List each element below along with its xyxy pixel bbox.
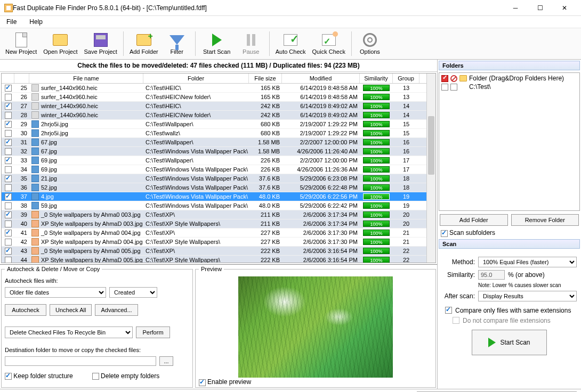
results-grid[interactable]: File name Folder File size Modified Simi… xyxy=(1,73,436,263)
start-scan-big-button[interactable]: Start Scan xyxy=(472,330,546,355)
row-checkbox[interactable] xyxy=(5,220,12,227)
table-row[interactable]: 3521.jpgC:\Test\Windows Vista Wallpaper … xyxy=(2,174,426,183)
close-button[interactable]: ✕ xyxy=(552,0,577,16)
method-label: Method: xyxy=(442,258,475,266)
row-checkbox[interactable] xyxy=(5,166,12,173)
row-checkbox[interactable] xyxy=(5,112,12,119)
save-project-button[interactable]: Save Project xyxy=(81,30,120,57)
col-filesize[interactable]: File size xyxy=(249,74,282,83)
scan-subfolders-checkbox[interactable]: Scan subfolders xyxy=(441,229,578,237)
menu-file[interactable]: File xyxy=(3,17,20,27)
autocheck-mode-select[interactable]: Older file dates xyxy=(5,287,106,298)
table-row[interactable]: 3369.jpgC:\Test\Wallpaper\226 KB2/2/2007… xyxy=(2,156,426,165)
row-checkbox[interactable] xyxy=(5,85,12,92)
destination-input[interactable] xyxy=(5,356,156,366)
method-select[interactable]: 100% Equal Files (faster) xyxy=(478,257,577,267)
row-checkbox[interactable] xyxy=(5,148,12,155)
start-scan-button[interactable]: Start Scan xyxy=(198,30,236,57)
remove-folder-button[interactable]: Remove Folder xyxy=(511,214,579,226)
table-row[interactable]: 3267.jpgC:\Test\Windows Vista Wallpaper … xyxy=(2,147,426,156)
row-checkbox[interactable] xyxy=(5,121,12,128)
delete-empty-checkbox[interactable]: Delete empty folders xyxy=(92,372,159,380)
quick-check-button[interactable]: Quick Check xyxy=(309,30,349,57)
col-filename[interactable]: File name xyxy=(29,74,143,83)
options-button[interactable]: Options xyxy=(354,30,385,57)
maximize-button[interactable]: ☐ xyxy=(528,0,552,16)
table-row[interactable]: 41_0 Style wallpapers by Ahma0 004.jpgC:… xyxy=(2,228,426,238)
vertical-scrollbar[interactable] xyxy=(426,74,435,263)
scrollbar-thumb[interactable] xyxy=(428,116,434,175)
table-row[interactable]: 292hrjo5i.jpgC:\Test\Wallpaper\680 KB2/1… xyxy=(2,120,426,129)
row-checkbox[interactable] xyxy=(5,130,12,137)
col-folder[interactable]: Folder xyxy=(143,74,249,83)
file-type-icon xyxy=(31,111,39,119)
minimize-button[interactable]: ─ xyxy=(503,0,528,16)
perform-button[interactable]: Perform xyxy=(136,326,170,338)
autocheck-panel: Autocheck & Delete / Move or Copy Autoch… xyxy=(1,266,193,388)
table-row[interactable]: 374.jpgC:\Test\Windows Vista Wallpaper P… xyxy=(2,192,426,201)
filter-button[interactable]: Filter xyxy=(162,30,192,57)
file-size: 226 KB xyxy=(249,157,282,164)
row-checkbox[interactable] xyxy=(5,202,12,209)
table-row[interactable]: 3167.jpgC:\Test\Wallpaper\1.58 MB2/2/200… xyxy=(2,138,426,147)
keep-structure-checkbox[interactable]: Keep folder structure xyxy=(5,372,73,380)
folders-list[interactable]: Folder (Drag&Drop Folders Here) C:\Test\ xyxy=(439,72,580,211)
file-name: 69.jpg xyxy=(39,157,143,164)
col-similarity[interactable]: Similarity xyxy=(360,74,393,83)
col-group[interactable]: Group xyxy=(393,74,419,83)
auto-check-button[interactable]: Auto Check xyxy=(272,30,309,57)
new-project-button[interactable]: New Project xyxy=(2,30,40,57)
row-number: 25 xyxy=(14,85,29,91)
table-row[interactable]: 302hrjo5i.jpgC:\Test\wallz\680 KB2/19/20… xyxy=(2,129,426,138)
similarity-bar: 100% xyxy=(363,130,390,136)
autocheck-datefield-select[interactable]: Created xyxy=(109,287,157,298)
add-folder-button-right[interactable]: Add Folder xyxy=(440,214,508,226)
row-checkbox[interactable] xyxy=(5,139,12,146)
table-row[interactable]: 43_0 Style wallpapers by Ahma0 005.jpgC:… xyxy=(2,247,426,256)
table-row[interactable]: 28winter_1440x960.heicC:\Test\HEIC\New f… xyxy=(2,111,426,120)
file-type-icon xyxy=(31,175,39,182)
folder-row[interactable]: C:\Test\ xyxy=(440,83,578,91)
delete-action-select[interactable]: Delete Checked Files To Recycle Bin xyxy=(5,326,133,338)
table-row[interactable]: 39_0 Style wallpapers by Ahma0 003.jpgC:… xyxy=(2,210,426,219)
table-row[interactable]: 26surfer_1440x960.heicC:\Test\HEIC\New f… xyxy=(2,93,426,102)
table-row[interactable]: 40XP Style wallpapers by AhmaD 003.jpgC:… xyxy=(2,219,426,228)
col-modified[interactable]: Modified xyxy=(282,74,360,83)
table-row[interactable]: 42XP Style wallpapers by AhmaD 004.jpgC:… xyxy=(2,238,426,247)
compare-ext-checkbox[interactable] xyxy=(445,307,452,314)
menu-help[interactable]: Help xyxy=(26,17,46,27)
after-scan-select[interactable]: Display Results xyxy=(478,291,577,301)
add-folder-button[interactable]: Add Folder xyxy=(126,30,162,57)
table-row[interactable]: 3652.jpgC:\Test\Windows Vista Wallpaper … xyxy=(2,183,426,192)
advanced-button[interactable]: Advanced... xyxy=(95,304,138,316)
row-checkbox[interactable] xyxy=(5,211,12,218)
table-row[interactable]: 3859.jpgC:\Test\Windows Vista Wallpaper … xyxy=(2,201,426,210)
row-checkbox[interactable] xyxy=(5,175,12,182)
row-number: 33 xyxy=(14,157,29,164)
table-row[interactable]: 44XP Style wallpapers by AhmaD 005.jpgC:… xyxy=(2,256,426,263)
file-type-icon xyxy=(31,220,39,227)
pause-button[interactable]: Pause xyxy=(236,30,267,57)
row-checkbox[interactable] xyxy=(5,257,12,263)
row-checkbox[interactable] xyxy=(5,94,12,101)
row-checkbox[interactable] xyxy=(5,103,12,110)
row-checkbox[interactable] xyxy=(5,248,12,255)
row-checkbox[interactable] xyxy=(5,184,12,191)
table-row[interactable]: 27winter_1440x960.heicC:\Test\HEIC\242 K… xyxy=(2,102,426,111)
row-checkbox[interactable] xyxy=(5,193,12,200)
browse-button[interactable]: ... xyxy=(159,356,173,366)
row-checkbox[interactable] xyxy=(5,239,12,246)
row-checkbox[interactable] xyxy=(5,157,12,164)
enable-preview-checkbox[interactable]: Enable preview xyxy=(199,378,251,386)
file-type-icon xyxy=(31,138,39,146)
autocheck-button[interactable]: Autocheck xyxy=(5,304,46,316)
similarity-input[interactable] xyxy=(478,270,505,280)
folder-checkbox2[interactable] xyxy=(450,84,457,91)
row-checkbox[interactable] xyxy=(5,230,12,236)
folder-checkbox[interactable] xyxy=(441,84,448,91)
table-row[interactable]: 3469.jpgC:\Test\Windows Vista Wallpaper … xyxy=(2,165,426,174)
folder-path: C:\Test\XP\ xyxy=(143,230,249,236)
open-project-button[interactable]: Open Project xyxy=(40,30,80,57)
table-row[interactable]: 25surfer_1440x960.heicC:\Test\HEIC\165 K… xyxy=(2,84,426,93)
uncheck-all-button[interactable]: Uncheck All xyxy=(50,304,92,316)
